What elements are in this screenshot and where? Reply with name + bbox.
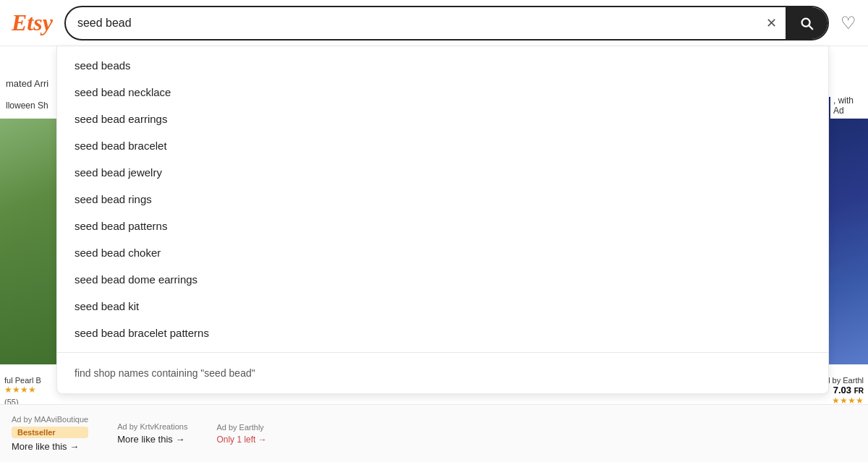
ad-bar: Ad by MAAviBoutique Bestseller More like… <box>0 404 868 462</box>
search-button[interactable] <box>786 6 827 40</box>
halloween-text: lloween Sh <box>6 100 48 111</box>
dropdown-item-0[interactable]: seed beads <box>57 52 828 79</box>
dropdown-item-8[interactable]: seed bead dome earrings <box>57 266 828 293</box>
halloween-bar: lloween Sh <box>0 93 56 119</box>
bestseller-badge: Bestseller <box>12 427 88 438</box>
dropdown-item-6[interactable]: seed bead patterns <box>57 213 828 239</box>
search-dropdown: seed beadsseed bead necklaceseed bead ea… <box>56 46 829 394</box>
ad-right-only-left: Only 1 left → <box>216 435 266 445</box>
clear-icon: ✕ <box>766 15 777 31</box>
dropdown-item-9[interactable]: seed bead kit <box>57 293 828 320</box>
right-edge-text: , with Ad <box>833 95 865 116</box>
ad-item-right: Ad by Earthly Only 1 left → <box>216 423 266 445</box>
clear-button[interactable]: ✕ <box>757 15 786 31</box>
search-container: ✕ <box>64 6 829 40</box>
product-right-image <box>825 97 868 364</box>
right-edge-bar: , with Ad <box>830 93 868 119</box>
dropdown-item-5[interactable]: seed bead rings <box>57 186 828 213</box>
ad-left-more[interactable]: More like this → <box>12 441 88 452</box>
favorites-button[interactable]: ♡ <box>841 13 856 33</box>
search-input[interactable] <box>66 17 757 30</box>
search-bar: ✕ <box>64 6 829 40</box>
ad-item-middle: Ad by KrtvKreations More like this → <box>117 422 187 445</box>
ad-item-left: Ad by MAAviBoutique Bestseller More like… <box>12 415 88 452</box>
dropdown-item-10[interactable]: seed bead bracelet patterns <box>57 320 828 346</box>
dropdown-item-2[interactable]: seed bead earrings <box>57 106 828 132</box>
animated-arrivals-text: mated Arri <box>0 75 54 92</box>
ad-right-by: Ad by Earthly <box>216 423 266 432</box>
dropdown-item-4[interactable]: seed bead jewelry <box>57 159 828 186</box>
dropdown-item-7[interactable]: seed bead choker <box>57 239 828 266</box>
ad-left-by: Ad by MAAviBoutique <box>12 415 88 424</box>
find-shop-item[interactable]: find shop names containing "seed bead" <box>57 359 828 388</box>
logo-text: tsy <box>27 9 53 35</box>
ad-middle-by: Ad by KrtvKreations <box>117 422 187 431</box>
dropdown-item-1[interactable]: seed bead necklace <box>57 79 828 106</box>
etsy-logo: Etsy <box>12 9 53 36</box>
dropdown-divider <box>57 352 828 353</box>
dropdown-item-3[interactable]: seed bead bracelet <box>57 132 828 159</box>
search-icon <box>799 15 814 31</box>
ad-middle-more[interactable]: More like this → <box>117 434 187 445</box>
heart-icon: ♡ <box>841 13 856 33</box>
product-left-image <box>0 97 58 364</box>
header: Etsy ✕ ♡ <box>0 0 868 46</box>
